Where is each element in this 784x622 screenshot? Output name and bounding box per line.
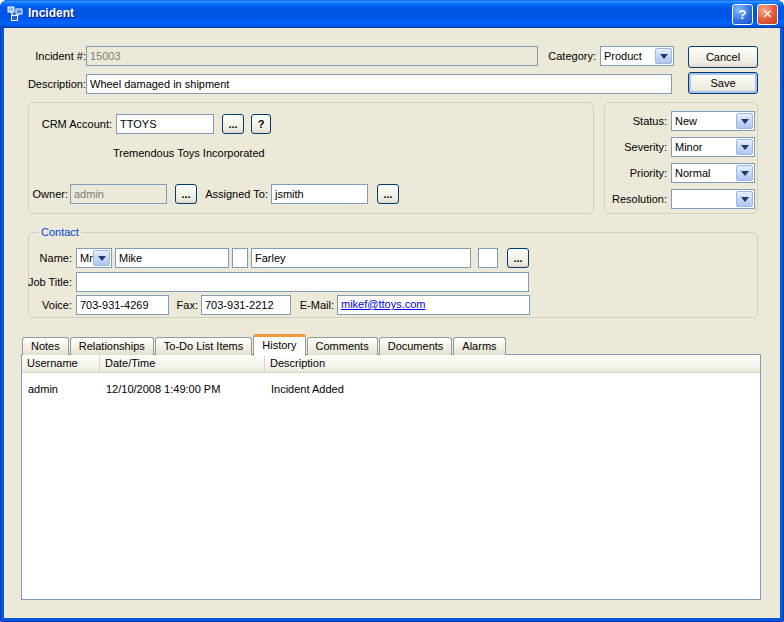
category-dropdown-arrow[interactable] (655, 48, 672, 64)
cell-datetime: 12/10/2008 1:49:00 PM (100, 381, 265, 397)
history-list: Username Date/Time Description admin 12/… (21, 354, 761, 600)
chevron-down-icon (741, 171, 749, 176)
email-link[interactable]: mikef@ttoys.com (341, 298, 426, 310)
contact-browse-button[interactable]: ... (507, 248, 529, 268)
job-title-input[interactable] (76, 272, 529, 292)
app-icon (7, 6, 23, 22)
fax-input[interactable] (201, 295, 291, 315)
crm-account-input[interactable] (116, 114, 214, 134)
incident-number-input (86, 46, 538, 66)
window-title: Incident (28, 6, 74, 20)
history-row[interactable]: admin 12/10/2008 1:49:00 PM Incident Add… (22, 381, 760, 397)
resolution-select[interactable] (671, 189, 755, 209)
voice-label: Voice: (34, 298, 72, 312)
titlebar[interactable]: Incident ? ✕ (0, 0, 784, 28)
tab-todo-list-items[interactable]: To-Do List Items (155, 337, 252, 355)
tab-strip: Notes Relationships To-Do List Items His… (22, 333, 507, 355)
description-label: Description: (14, 77, 86, 91)
resolution-dropdown-arrow[interactable] (736, 191, 753, 207)
crm-account-help-button[interactable]: ? (251, 114, 271, 134)
prefix-dropdown-arrow[interactable] (93, 250, 110, 266)
crm-account-browse-button[interactable]: ... (222, 114, 244, 134)
owner-label: Owner: (30, 187, 68, 201)
assigned-to-input[interactable] (271, 184, 368, 204)
assigned-to-label: Assigned To: (204, 187, 268, 201)
tab-alarms[interactable]: Alarms (453, 337, 505, 355)
history-list-header: Username Date/Time Description (22, 355, 760, 373)
chevron-down-icon (660, 54, 668, 59)
fax-label: Fax: (174, 298, 198, 312)
crm-account-display-name: Tremendous Toys Incorporated (113, 146, 265, 160)
status-dropdown-arrow[interactable] (736, 113, 753, 129)
cell-username: admin (22, 381, 100, 397)
incident-window: Incident ? ✕ Incident #: Category: Produ… (0, 0, 784, 622)
description-input[interactable] (86, 74, 672, 94)
tab-notes[interactable]: Notes (22, 337, 69, 355)
tab-comments[interactable]: Comments (307, 337, 378, 355)
crm-account-label: CRM Account: (30, 117, 112, 131)
column-header-description[interactable]: Description (265, 355, 760, 373)
name-suffix-input[interactable] (478, 248, 498, 268)
category-label: Category: (542, 49, 596, 63)
job-title-label: Job Title: (22, 275, 72, 289)
category-select[interactable]: Product (600, 46, 674, 66)
severity-value: Minor (675, 140, 736, 154)
tab-history[interactable]: History (253, 334, 305, 356)
chevron-down-icon (741, 119, 749, 124)
priority-value: Normal (675, 166, 736, 180)
first-name-input[interactable] (115, 248, 229, 268)
assigned-to-browse-button[interactable]: ... (377, 184, 399, 204)
resolution-value (675, 192, 736, 206)
dialog-body: Incident #: Category: Product Cancel Des… (4, 28, 780, 618)
tab-relationships[interactable]: Relationships (70, 337, 154, 355)
voice-input[interactable] (76, 295, 169, 315)
save-button[interactable]: Save (688, 72, 758, 94)
status-value: New (675, 114, 736, 128)
severity-select[interactable]: Minor (671, 137, 755, 157)
name-prefix-value: Mr (80, 251, 93, 265)
contact-name-label: Name: (34, 251, 72, 265)
severity-label: Severity: (610, 140, 667, 154)
email-input[interactable]: mikef@ttoys.com (337, 295, 530, 315)
column-header-datetime[interactable]: Date/Time (100, 355, 265, 373)
middle-initial-input[interactable] (232, 248, 248, 268)
email-label: E-Mail: (296, 298, 334, 312)
column-header-username[interactable]: Username (22, 355, 100, 373)
close-button[interactable]: ✕ (757, 4, 778, 25)
chevron-down-icon (741, 197, 749, 202)
owner-browse-button[interactable]: ... (175, 184, 197, 204)
resolution-label: Resolution: (610, 192, 667, 206)
cancel-button[interactable]: Cancel (688, 46, 758, 68)
status-label: Status: (610, 114, 667, 128)
owner-input (70, 184, 167, 204)
chevron-down-icon (741, 145, 749, 150)
cell-description: Incident Added (265, 381, 760, 397)
priority-label: Priority: (610, 166, 667, 180)
category-value: Product (604, 49, 655, 63)
status-select[interactable]: New (671, 111, 755, 131)
severity-dropdown-arrow[interactable] (736, 139, 753, 155)
incident-number-label: Incident #: (14, 49, 86, 63)
priority-select[interactable]: Normal (671, 163, 755, 183)
name-prefix-select[interactable]: Mr (76, 248, 112, 268)
help-button[interactable]: ? (732, 4, 753, 25)
last-name-input[interactable] (251, 248, 471, 268)
tab-documents[interactable]: Documents (379, 337, 453, 355)
contact-group-title: Contact (38, 225, 82, 239)
chevron-down-icon (98, 256, 106, 261)
priority-dropdown-arrow[interactable] (736, 165, 753, 181)
